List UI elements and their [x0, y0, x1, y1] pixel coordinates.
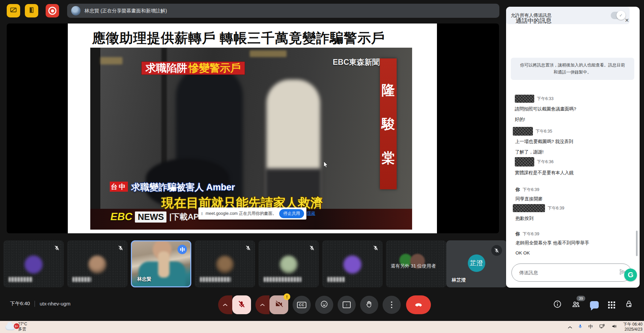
tray-mic-icon[interactable] [578, 323, 583, 331]
mic-mute-button[interactable] [232, 295, 251, 314]
participant-name: 林芷澄 [452, 277, 466, 283]
grammarly-badge[interactable]: G [624, 269, 637, 281]
record-icon [48, 7, 56, 15]
participant-tile[interactable] [195, 240, 255, 287]
sender-name-redacted [515, 95, 534, 103]
weather-cloud-icon: 9+ [5, 324, 15, 330]
chat-message: 下午6:35 上一場也要截圖嗎? 我沒弄到 了解了，謝謝! [513, 127, 573, 155]
mic-off-icon [238, 300, 246, 310]
camera-control-group: ! [255, 295, 288, 314]
video-blurred-text [250, 50, 287, 57]
tray-time: 下午 06:40 [623, 322, 642, 327]
weather-widget[interactable]: 9+ 27°C 多雲 [5, 322, 27, 332]
host-controls-button[interactable] [625, 300, 633, 310]
end-call-button[interactable] [406, 295, 431, 314]
audio-activity-badge [178, 245, 187, 254]
chat-message-input[interactable] [518, 270, 616, 276]
stop-sharing-button[interactable]: 停止共用 [279, 209, 304, 218]
chat-button-active[interactable] [590, 301, 599, 308]
volume-icon[interactable] [611, 323, 617, 331]
video-blurred-text [100, 57, 122, 64]
divider [35, 301, 35, 307]
activities-button[interactable] [608, 301, 615, 308]
participant-name-redacted [9, 277, 33, 282]
avatar: 芷澄 [468, 254, 485, 272]
hide-toast-link[interactable]: 隱藏 [307, 211, 315, 217]
tray-clock[interactable]: 下午 06:40 2025/4/23 [623, 322, 642, 332]
exit-annotation-button[interactable] [25, 4, 38, 17]
mic-control-group [218, 295, 251, 314]
news-headline: 應徵助理提供薪轉戶 轉帳三千萬竟變詐騙警示戶 [92, 29, 424, 47]
meeting-details-button[interactable] [553, 300, 562, 310]
present-screen-button[interactable]: ↑ [338, 296, 356, 314]
system-tray: 中 下午 06:40 2025/4/23 [568, 321, 642, 333]
camera-off-icon [275, 300, 283, 310]
chat-message: 你 下午6:39 老師用全螢幕分享 他看不到同學舉手 OK OK [515, 231, 589, 255]
video-decoration [90, 48, 100, 230]
camera-options-button[interactable] [255, 295, 269, 314]
presenter-avatar [71, 6, 81, 15]
captions-button[interactable]: CC [293, 296, 311, 314]
active-speaker-tile[interactable]: 林忠賢 [131, 240, 191, 287]
avatar [88, 255, 106, 274]
shared-screen-stage: 應徵助理提供薪轉戶 轉帳三千萬竟變詐騙警示戶 求職陷阱 慘變警示戶 EBC東森新… [7, 23, 499, 233]
windows-taskbar: 9+ 27°C 多雲 搜尋 2D P [0, 321, 644, 333]
participant-tile[interactable] [3, 240, 64, 287]
mic-options-button[interactable] [218, 295, 232, 314]
chat-input-row [511, 264, 632, 282]
avatar [216, 255, 234, 274]
participant-tile[interactable]: 芷澄 林芷澄 [446, 240, 507, 287]
overflow-participants-tile[interactable]: 還有另外 31 位使用者 [386, 240, 446, 287]
reactions-button[interactable] [315, 296, 333, 314]
allow-messages-toggle[interactable]: ✓ [611, 12, 625, 19]
participants-button[interactable]: 39 [571, 300, 581, 310]
chat-message: 下午6:39 抱歉按到 [513, 204, 564, 222]
avatar [24, 255, 43, 274]
sender-name-redacted [513, 127, 533, 136]
participant-tile[interactable] [322, 240, 383, 287]
overflow-count-text: 還有另外 31 位使用者 [391, 263, 444, 269]
tv-logo-bar: EBC NEWS |下載AP [110, 211, 199, 223]
sender-name-redacted [513, 204, 545, 212]
more-options-button[interactable] [383, 296, 401, 314]
recording-indicator-button[interactable] [46, 4, 59, 17]
meeting-code: utx-nhev-ugm [40, 301, 70, 306]
raise-hand-button[interactable] [360, 296, 378, 314]
tray-expand-chevron[interactable] [568, 324, 572, 330]
network-icon[interactable] [599, 323, 605, 331]
meeting-panels-controls: 39 [553, 295, 633, 314]
chat-message: 下午6:36 實體課程是不是要有本人入鏡 [515, 157, 574, 176]
participant-name-redacted [200, 277, 231, 282]
toast-grip-icon[interactable]: ‖ [201, 211, 203, 216]
tv-channel-watermark: EBC東森新聞 [333, 57, 380, 67]
chat-panel-title: 通話中的訊息 [515, 17, 552, 25]
captions-icon: CC [297, 302, 306, 308]
mic-off-icon [118, 245, 123, 251]
presenter-status-text: 林忠賢 (正在分享螢幕畫面和新增註解) [85, 8, 167, 14]
in-call-messages-panel: 通話中的訊息 × 允許所有人傳送訊息 ✓ 你可以將訊息置頂，讓稍後加入的人也能查… [506, 7, 640, 288]
chat-scrollbar[interactable] [636, 231, 638, 256]
mic-off-icon [245, 245, 251, 251]
presenter-status-pill[interactable]: 林忠賢 (正在分享螢幕畫面和新增註解) [67, 4, 499, 18]
notification-badge: 9+ [13, 323, 20, 329]
present-icon: ↑ [343, 301, 351, 308]
avatar [343, 255, 361, 274]
camera-off-button[interactable]: ! [269, 295, 288, 314]
annotation-tool-button[interactable] [7, 4, 20, 17]
pin-notice: 你可以將訊息置頂，讓稍後加入的人也能查看。訊息目前和通話一併錄製中。 [511, 58, 634, 80]
participant-tile[interactable] [258, 240, 319, 287]
chat-message: 你 下午6:39 同學直接開麥 [515, 187, 543, 202]
mouse-cursor [323, 161, 329, 169]
ime-indicator[interactable]: 中 [588, 324, 593, 330]
participant-tile[interactable] [67, 240, 128, 287]
mic-off-icon [373, 245, 379, 251]
screen-share-toast: ‖ meet.google.com 正在共用你的畫面。 停止共用 隱藏 [198, 207, 306, 220]
mic-off-icon [54, 245, 60, 251]
avatar [280, 255, 298, 274]
chat-message: 下午6:33 請問拍照可以截圖會議畫面嗎? 好的! [515, 95, 576, 123]
mic-off-icon [491, 245, 502, 256]
video-hands [158, 251, 169, 278]
screen-annotate-icon [10, 6, 17, 15]
camera-warning-badge: ! [284, 293, 290, 300]
shared-slide: 應徵助理提供薪轉戶 轉帳三千萬竟變詐騙警示戶 求職陷阱 慘變警示戶 EBC東森新… [68, 23, 437, 233]
